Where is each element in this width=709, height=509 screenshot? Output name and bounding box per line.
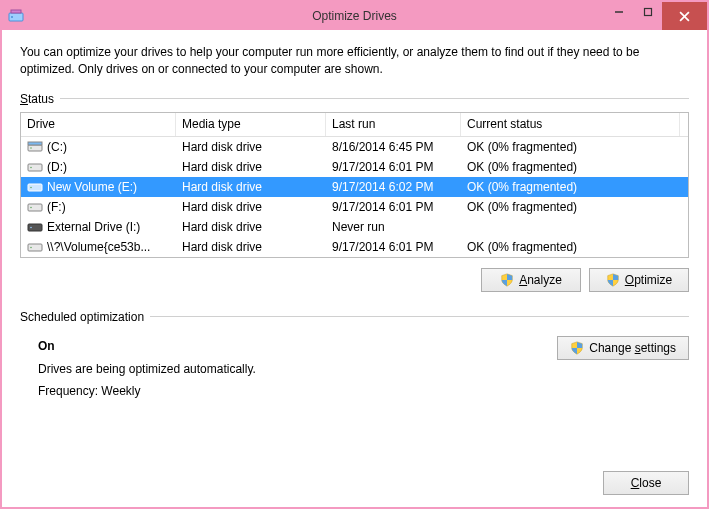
action-button-row: Analyze Optimize bbox=[20, 268, 689, 292]
table-row[interactable]: External Drive (I:)Hard disk driveNever … bbox=[21, 217, 688, 237]
drive-name: \\?\Volume{ce53b... bbox=[47, 240, 150, 254]
svg-rect-2 bbox=[11, 10, 21, 13]
optimize-drives-window: Optimize Drives You can optimize your dr… bbox=[0, 0, 709, 509]
scheduled-section-label: Scheduled optimization bbox=[20, 310, 689, 324]
drives-table-header[interactable]: Drive Media type Last run Current status bbox=[21, 113, 688, 137]
drive-status-cell: OK (0% fragmented) bbox=[461, 160, 688, 174]
change-settings-label: Change settings bbox=[589, 341, 676, 355]
close-button[interactable]: Close bbox=[603, 471, 689, 495]
uac-shield-icon bbox=[570, 341, 584, 355]
drive-name: External Drive (I:) bbox=[47, 220, 140, 234]
svg-rect-4 bbox=[645, 9, 652, 16]
svg-point-13 bbox=[30, 186, 32, 188]
drive-name: (D:) bbox=[47, 160, 67, 174]
analyze-button[interactable]: Analyze bbox=[481, 268, 581, 292]
drive-name-cell: (C:) bbox=[21, 140, 176, 154]
scheduled-on-label: On bbox=[38, 336, 256, 358]
drive-status-cell: OK (0% fragmented) bbox=[461, 240, 688, 254]
drive-status-cell: OK (0% fragmented) bbox=[461, 140, 688, 154]
scheduled-optimization-section: Scheduled optimization On Drives are bei… bbox=[20, 310, 689, 403]
drive-name-cell: (F:) bbox=[21, 200, 176, 214]
drive-media-cell: Hard disk drive bbox=[176, 180, 326, 194]
svg-rect-8 bbox=[28, 142, 42, 145]
drive-lastrun-cell: 9/17/2014 6:01 PM bbox=[326, 200, 461, 214]
drive-lastrun-cell: 9/17/2014 6:01 PM bbox=[326, 240, 461, 254]
footer: Close bbox=[20, 463, 689, 495]
window-control-buttons bbox=[604, 2, 707, 30]
drive-media-cell: Hard disk drive bbox=[176, 240, 326, 254]
drive-media-cell: Hard disk drive bbox=[176, 200, 326, 214]
description-text: You can optimize your drives to help you… bbox=[20, 44, 689, 78]
scheduled-label-text: Scheduled optimization bbox=[20, 310, 144, 324]
drive-name: (C:) bbox=[47, 140, 67, 154]
scheduled-text: On Drives are being optimized automatica… bbox=[38, 336, 256, 403]
drive-media-cell: Hard disk drive bbox=[176, 220, 326, 234]
status-label-text: Status bbox=[20, 92, 54, 106]
drive-name-cell: External Drive (I:) bbox=[21, 220, 176, 234]
uac-shield-icon bbox=[500, 273, 514, 287]
column-header-status[interactable]: Current status bbox=[461, 113, 680, 136]
drive-name: (F:) bbox=[47, 200, 66, 214]
scheduled-body: On Drives are being optimized automatica… bbox=[20, 330, 689, 403]
app-icon bbox=[8, 8, 24, 24]
titlebar[interactable]: Optimize Drives bbox=[2, 2, 707, 30]
close-button-label: Close bbox=[631, 476, 662, 490]
minimize-icon bbox=[614, 7, 624, 17]
uac-shield-icon bbox=[606, 273, 620, 287]
status-section-label: Status bbox=[20, 92, 689, 106]
close-icon bbox=[679, 11, 690, 22]
drive-lastrun-cell: 9/17/2014 6:01 PM bbox=[326, 160, 461, 174]
drive-lastrun-cell: Never run bbox=[326, 220, 461, 234]
svg-point-9 bbox=[30, 147, 32, 149]
column-header-drive[interactable]: Drive bbox=[21, 113, 176, 136]
column-header-pad bbox=[680, 113, 688, 136]
table-row[interactable]: New Volume (E:)Hard disk drive9/17/2014 … bbox=[21, 177, 688, 197]
column-header-last[interactable]: Last run bbox=[326, 113, 461, 136]
drives-table: Drive Media type Last run Current status… bbox=[20, 112, 689, 258]
table-row[interactable]: (F:)Hard disk drive9/17/2014 6:01 PMOK (… bbox=[21, 197, 688, 217]
maximize-icon bbox=[643, 7, 653, 17]
table-row[interactable]: (D:)Hard disk drive9/17/2014 6:01 PMOK (… bbox=[21, 157, 688, 177]
drive-name-cell: (D:) bbox=[21, 160, 176, 174]
scheduled-frequency: Frequency: Weekly bbox=[38, 381, 256, 403]
close-window-button[interactable] bbox=[662, 2, 707, 30]
drive-status-cell: OK (0% fragmented) bbox=[461, 200, 688, 214]
optimize-button-label: Optimize bbox=[625, 273, 672, 287]
minimize-button[interactable] bbox=[604, 2, 634, 22]
change-settings-button[interactable]: Change settings bbox=[557, 336, 689, 360]
svg-point-19 bbox=[30, 246, 32, 248]
table-row[interactable]: \\?\Volume{ce53b...Hard disk drive9/17/2… bbox=[21, 237, 688, 257]
drive-lastrun-cell: 9/17/2014 6:02 PM bbox=[326, 180, 461, 194]
svg-rect-18 bbox=[28, 244, 42, 251]
svg-rect-12 bbox=[28, 184, 42, 191]
svg-rect-10 bbox=[28, 164, 42, 171]
drive-status-cell: OK (0% fragmented) bbox=[461, 180, 688, 194]
drive-name: New Volume (E:) bbox=[47, 180, 137, 194]
column-header-media[interactable]: Media type bbox=[176, 113, 326, 136]
svg-point-15 bbox=[30, 206, 32, 208]
svg-point-1 bbox=[11, 16, 13, 18]
scheduled-description: Drives are being optimized automatically… bbox=[38, 359, 256, 381]
drive-media-cell: Hard disk drive bbox=[176, 160, 326, 174]
analyze-button-label: Analyze bbox=[519, 273, 562, 287]
drive-lastrun-cell: 8/16/2014 6:45 PM bbox=[326, 140, 461, 154]
svg-rect-16 bbox=[28, 224, 42, 231]
drive-name-cell: New Volume (E:) bbox=[21, 180, 176, 194]
svg-rect-14 bbox=[28, 204, 42, 211]
drive-media-cell: Hard disk drive bbox=[176, 140, 326, 154]
optimize-button[interactable]: Optimize bbox=[589, 268, 689, 292]
content-area: You can optimize your drives to help you… bbox=[2, 30, 707, 507]
svg-rect-7 bbox=[28, 145, 42, 151]
maximize-button[interactable] bbox=[634, 2, 662, 22]
window-title: Optimize Drives bbox=[2, 9, 707, 23]
drive-name-cell: \\?\Volume{ce53b... bbox=[21, 240, 176, 254]
svg-point-11 bbox=[30, 166, 32, 168]
svg-point-17 bbox=[30, 226, 32, 228]
table-row[interactable]: (C:)Hard disk drive8/16/2014 6:45 PMOK (… bbox=[21, 137, 688, 157]
drives-table-body: (C:)Hard disk drive8/16/2014 6:45 PMOK (… bbox=[21, 137, 688, 257]
